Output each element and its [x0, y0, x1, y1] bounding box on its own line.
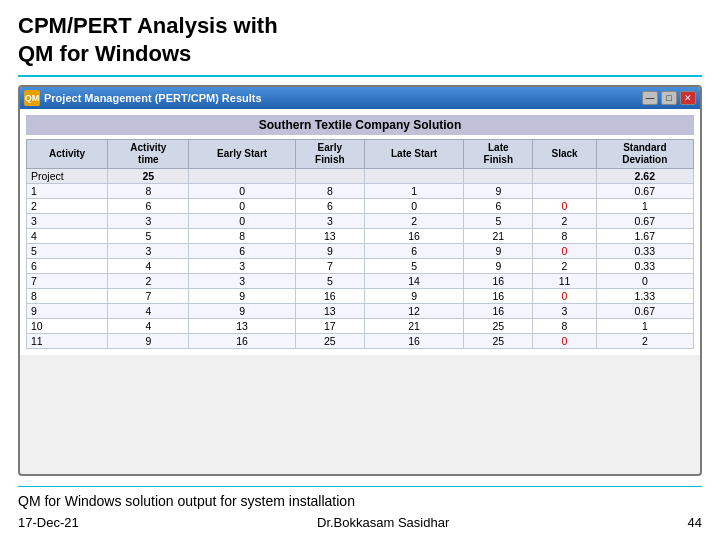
footer-date: 17-Dec-21: [18, 515, 79, 530]
table-row: Project252.62: [27, 169, 694, 184]
table-cell: 8: [189, 229, 295, 244]
table-cell: 3: [108, 244, 189, 259]
col-header-slack: Slack: [533, 140, 596, 169]
table-cell: 6: [295, 199, 364, 214]
window-content: Southern Textile Company Solution Activi…: [20, 109, 700, 355]
window: QM Project Management (PERT/CPM) Results…: [18, 85, 702, 476]
table-cell: 0.33: [596, 259, 693, 274]
col-header-early-start: Early Start: [189, 140, 295, 169]
window-controls: — □ ✕: [642, 91, 696, 105]
table-cell: [533, 184, 596, 199]
table-cell: 3: [108, 214, 189, 229]
table-cell: 14: [364, 274, 463, 289]
table-cell: 21: [364, 319, 463, 334]
table-cell: 9: [189, 289, 295, 304]
table-cell: 9: [464, 259, 533, 274]
minimize-button[interactable]: —: [642, 91, 658, 105]
table-cell: 1: [596, 319, 693, 334]
table-cell: 25: [464, 319, 533, 334]
table-row: 8791691601.33: [27, 289, 694, 304]
table-cell: 0: [189, 214, 295, 229]
footer-author: Dr.Bokkasam Sasidhar: [317, 515, 449, 530]
table-cell: 8: [533, 229, 596, 244]
table-cell: [189, 169, 295, 184]
table-row: 26060601: [27, 199, 694, 214]
table-cell: 5: [295, 274, 364, 289]
table-cell: 6: [27, 259, 108, 274]
table-cell: 25: [295, 334, 364, 349]
table-cell: 2.62: [596, 169, 693, 184]
table-row: 94913121630.67: [27, 304, 694, 319]
table-row: 1041317212581: [27, 319, 694, 334]
data-table: Activity Activitytime Early Start EarlyF…: [26, 139, 694, 349]
table-cell: 0: [189, 184, 295, 199]
table-cell: [295, 169, 364, 184]
table-cell: [364, 169, 463, 184]
page-title: CPM/PERT Analysis with QM for Windows: [18, 12, 702, 67]
table-cell: 9: [364, 289, 463, 304]
table-row: 1808190.67: [27, 184, 694, 199]
window-title-text: Project Management (PERT/CPM) Results: [44, 92, 262, 104]
window-icon: QM: [24, 90, 40, 106]
table-cell: 9: [27, 304, 108, 319]
table-cell: [464, 169, 533, 184]
table-cell: 11: [533, 274, 596, 289]
footer-row: 17-Dec-21 Dr.Bokkasam Sasidhar 44: [18, 515, 702, 530]
table-cell: 1: [364, 184, 463, 199]
table-cell: 0.67: [596, 184, 693, 199]
table-cell: 0: [189, 199, 295, 214]
table-cell: 2: [533, 259, 596, 274]
table-header-row: Activity Activitytime Early Start EarlyF…: [27, 140, 694, 169]
table-cell: 4: [27, 229, 108, 244]
table-cell: 25: [464, 334, 533, 349]
table-cell: 21: [464, 229, 533, 244]
col-header-late-start: Late Start: [364, 140, 463, 169]
table-cell: 0.67: [596, 304, 693, 319]
table-cell: 12: [364, 304, 463, 319]
solution-title: Southern Textile Company Solution: [26, 115, 694, 135]
table-cell: 25: [108, 169, 189, 184]
table-cell: 6: [364, 244, 463, 259]
table-cell: 3: [533, 304, 596, 319]
table-row: 64375920.33: [27, 259, 694, 274]
table-cell: 8: [27, 289, 108, 304]
table-row: 72351416110: [27, 274, 694, 289]
restore-button[interactable]: □: [661, 91, 677, 105]
table-cell: 7: [27, 274, 108, 289]
table-cell: 16: [464, 289, 533, 304]
table-cell: 4: [108, 259, 189, 274]
table-cell: 1.67: [596, 229, 693, 244]
table-cell: 0: [533, 289, 596, 304]
bottom-section: QM for Windows solution output for syste…: [18, 486, 702, 530]
table-cell: 4: [108, 304, 189, 319]
table-cell: Project: [27, 169, 108, 184]
close-button[interactable]: ✕: [680, 91, 696, 105]
table-cell: 13: [189, 319, 295, 334]
table-row: 1191625162502: [27, 334, 694, 349]
window-title-area: QM Project Management (PERT/CPM) Results: [24, 90, 262, 106]
table-cell: 0: [364, 199, 463, 214]
table-cell: 8: [295, 184, 364, 199]
table-cell: 13: [295, 229, 364, 244]
table-cell: 2: [596, 334, 693, 349]
table-cell: 16: [464, 274, 533, 289]
table-cell: 16: [464, 304, 533, 319]
table-cell: 1: [27, 184, 108, 199]
table-cell: 2: [364, 214, 463, 229]
table-cell: 6: [189, 244, 295, 259]
table-cell: 9: [295, 244, 364, 259]
table-cell: 7: [108, 289, 189, 304]
table-cell: 2: [27, 199, 108, 214]
table-cell: [533, 169, 596, 184]
table-row: 45813162181.67: [27, 229, 694, 244]
table-cell: 3: [189, 274, 295, 289]
table-cell: 5: [108, 229, 189, 244]
bottom-divider: [18, 486, 702, 487]
table-cell: 0: [533, 244, 596, 259]
top-divider: [18, 75, 702, 77]
table-cell: 3: [295, 214, 364, 229]
table-cell: 3: [189, 259, 295, 274]
table-cell: 11: [27, 334, 108, 349]
footer-page: 44: [688, 515, 702, 530]
col-header-activity-time: Activitytime: [108, 140, 189, 169]
